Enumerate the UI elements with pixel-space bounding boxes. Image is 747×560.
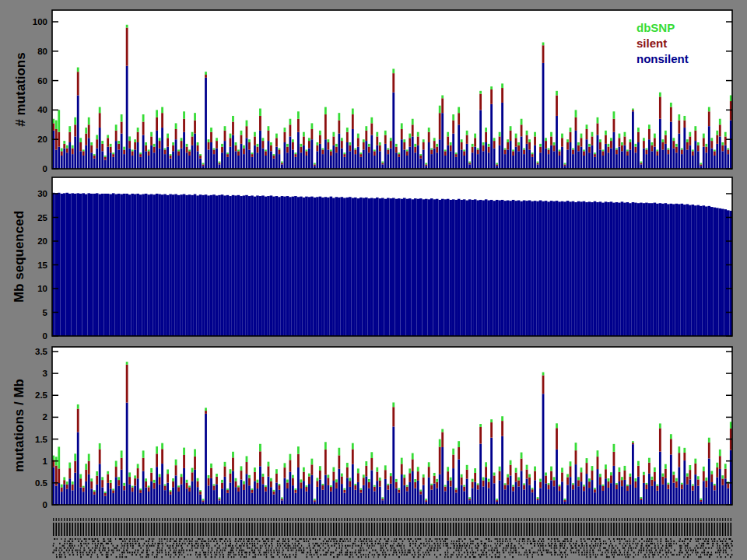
svg-text:60: 60 [37, 76, 47, 86]
legend-label-silent: silent [637, 37, 667, 50]
legend-label-dbsnp: dbSNP [637, 21, 675, 34]
legend-label-nonsilent: nonsilent [637, 52, 689, 65]
legend-item-silent: silent [637, 36, 689, 51]
y-axis-label-mutations: # mutations [13, 52, 29, 126]
svg-text:0: 0 [43, 164, 47, 173]
legend: dbSNP silent nonsilent [637, 20, 689, 67]
y-axis-label-mb-sequenced: Mb sequenced [12, 211, 27, 303]
svg-text:30: 30 [37, 189, 47, 198]
svg-text:10: 10 [37, 284, 47, 293]
svg-text:3.5: 3.5 [35, 347, 48, 356]
svg-text:25: 25 [37, 213, 47, 222]
svg-text:20: 20 [37, 135, 47, 144]
legend-item-nonsilent: nonsilent [637, 51, 689, 67]
svg-text:5: 5 [43, 308, 48, 317]
svg-text:0.5: 0.5 [35, 478, 48, 488]
svg-text:2.5: 2.5 [35, 390, 48, 400]
svg-text:100: 100 [33, 17, 47, 26]
svg-text:40: 40 [37, 105, 47, 114]
svg-text:0: 0 [43, 331, 47, 341]
panel-mutation-counts: 020406080100 [33, 10, 732, 173]
svg-text:20: 20 [37, 236, 47, 246]
svg-text:1.5: 1.5 [35, 435, 48, 444]
x-axis-sample-labels [52, 518, 733, 558]
svg-text:80: 80 [37, 47, 47, 56]
y-axis-label-mutations-per-mb: mutations / Mb [12, 379, 27, 472]
legend-item-dbsnp: dbSNP [637, 20, 689, 36]
svg-text:2: 2 [43, 412, 47, 422]
svg-text:3: 3 [43, 369, 47, 378]
panel-mb-sequenced: 051015202530 [37, 177, 732, 341]
mutation-rate-figure: 020406080100 051015202530 00.511.522.533… [0, 0, 747, 560]
svg-text:15: 15 [37, 261, 47, 270]
plot-canvas: 020406080100 051015202530 00.511.522.533… [0, 0, 747, 560]
svg-text:1: 1 [43, 457, 48, 466]
panel-mutations-per-mb: 00.511.522.533.5 [35, 347, 732, 509]
svg-text:0: 0 [43, 500, 47, 509]
